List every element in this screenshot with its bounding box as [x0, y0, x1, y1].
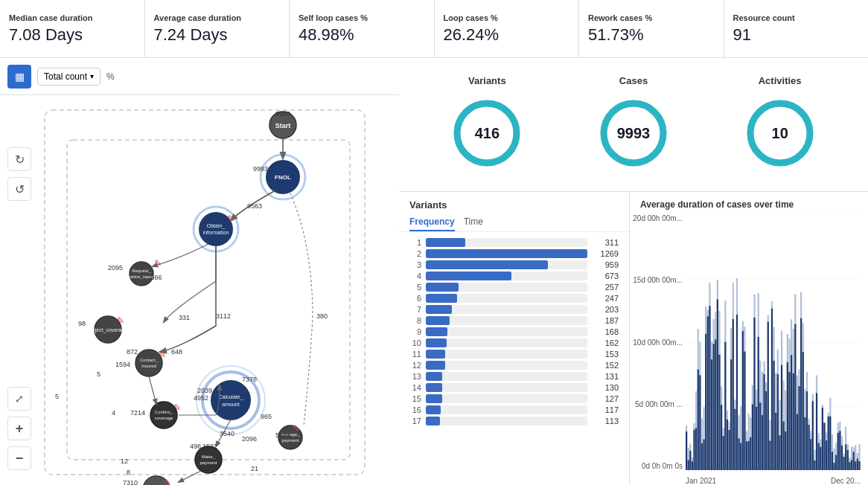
svg-text:380: 380 [316, 312, 328, 320]
chevron-down-icon: ▾ [90, 72, 94, 80]
kpi-value-4: 51.73% [588, 25, 715, 45]
process-map-area[interactable]: Start 9993 FNOL 9993 Obtain_ information… [0, 95, 399, 485]
svg-rect-264 [853, 452, 855, 470]
tab-frequency[interactable]: Frequency [409, 213, 455, 231]
list-item[interactable]: 16 117 [409, 405, 619, 414]
variant-bar [426, 417, 440, 425]
list-item[interactable]: 6 247 [409, 294, 619, 303]
svg-text:1594: 1594 [115, 361, 130, 368]
svg-text:496: 496 [190, 443, 201, 450]
svg-text:Reject_coverage: Reject_coverage [89, 327, 128, 333]
donut-container-0: 416 [446, 92, 528, 174]
svg-rect-240 [806, 391, 808, 470]
svg-text:FNOL: FNOL [275, 174, 291, 181]
list-item[interactable]: 8 187 [409, 316, 619, 325]
svg-text:366: 366 [150, 274, 162, 281]
svg-rect-242 [810, 439, 811, 470]
variant-bar-wrap [426, 350, 587, 359]
variant-number: 2 [409, 249, 421, 258]
variant-bar-wrap [426, 372, 587, 381]
svg-text:2039: 2039 [197, 387, 212, 394]
list-item[interactable]: 2 1269 [409, 249, 619, 258]
variant-number: 15 [409, 394, 421, 403]
variant-count: 247 [592, 294, 619, 303]
list-item[interactable]: 3 959 [409, 260, 619, 269]
list-item[interactable]: 7 203 [409, 305, 619, 314]
refresh-loop-icon: ↻ [15, 152, 25, 167]
svg-rect-221 [769, 441, 770, 470]
variant-bar-wrap [426, 294, 587, 303]
svg-text:5: 5 [55, 393, 59, 400]
x-label-start: Jan 2021 [686, 477, 716, 485]
list-item[interactable]: 10 162 [409, 338, 619, 347]
svg-text:payment: payment [200, 460, 217, 465]
svg-rect-261 [847, 450, 849, 470]
y-label-5: 20d 00h 00m... [630, 214, 683, 222]
svg-rect-246 [818, 443, 820, 470]
variant-count: 959 [592, 260, 619, 269]
variant-bar [426, 294, 457, 303]
svg-text:9993: 9993 [275, 110, 290, 118]
grid-view-button[interactable]: ▦ [7, 65, 31, 89]
list-item[interactable]: 9 168 [409, 327, 619, 336]
y-label-3: 10d 00h 00m... [630, 338, 683, 347]
variant-count: 257 [592, 283, 619, 292]
zoom-out-button[interactable]: − [7, 446, 31, 470]
variants-title: Variants [399, 192, 629, 213]
svg-text:insured: insured [141, 364, 156, 368]
svg-text:information: information [203, 230, 229, 235]
list-item[interactable]: 13 131 [409, 372, 619, 381]
kpi-item-0: Median case duration 7.08 Days [0, 0, 145, 57]
list-item[interactable]: 5 257 [409, 283, 619, 292]
svg-rect-182 [693, 430, 695, 470]
zoom-in-button[interactable]: + [7, 417, 31, 440]
kpi-item-1: Average case duration 7.24 Days [145, 0, 290, 57]
list-item[interactable]: 12 152 [409, 361, 619, 370]
left-toolbar: ▦ Total count ▾ % [0, 58, 399, 95]
variant-number: 10 [409, 338, 421, 347]
svg-rect-194 [717, 299, 718, 470]
variant-bar [426, 283, 459, 292]
x-label-end: Dec 20... [831, 477, 861, 485]
ccw-refresh-button[interactable]: ↺ [7, 177, 31, 201]
variant-bar [426, 405, 441, 414]
svg-rect-200 [728, 430, 730, 470]
variant-bar-wrap [426, 383, 587, 392]
list-item[interactable]: 15 127 [409, 394, 619, 403]
variant-count: 131 [592, 372, 619, 381]
list-item[interactable]: 17 113 [409, 417, 619, 425]
svg-rect-205 [738, 438, 740, 470]
svg-text:Make_: Make_ [202, 455, 216, 459]
metric-dropdown[interactable]: Total count ▾ [37, 68, 100, 86]
duration-chart-area: 20d 00h 00m... 15d 00h 00m... 10d 00h 00… [630, 214, 868, 485]
donut-container-2: 10 [739, 92, 821, 174]
svg-text:9563: 9563 [247, 202, 262, 210]
svg-rect-218 [763, 374, 765, 470]
svg-rect-183 [695, 428, 697, 470]
svg-rect-196 [721, 405, 722, 470]
list-item[interactable]: 11 153 [409, 350, 619, 359]
svg-rect-206 [740, 443, 741, 470]
donut-container-1: 9993 [593, 92, 674, 174]
variants-list[interactable]: 1 311 2 1269 3 959 4 673 5 [399, 235, 629, 485]
svg-rect-186 [701, 443, 703, 470]
svg-rect-244 [814, 460, 815, 470]
list-item[interactable]: 14 130 [409, 383, 619, 392]
list-item[interactable]: 1 311 [409, 238, 619, 247]
loop-refresh-button[interactable]: ↻ [7, 147, 31, 171]
svg-rect-188 [705, 334, 706, 470]
svg-rect-224 [775, 413, 776, 470]
variant-number: 9 [409, 327, 421, 336]
svg-rect-232 [791, 355, 792, 470]
variant-count: 673 [592, 272, 619, 280]
donut-value-1: 9993 [617, 125, 651, 142]
bottom-icons: ⤢ + − [7, 387, 31, 470]
variant-number: 17 [409, 417, 421, 425]
list-item[interactable]: 4 673 [409, 272, 619, 280]
variant-bar [426, 238, 465, 247]
variant-bar [426, 338, 447, 347]
expand-button[interactable]: ⤢ [7, 387, 31, 411]
tab-time[interactable]: Time [464, 213, 483, 231]
variant-count: 1269 [592, 249, 619, 258]
svg-text:9993: 9993 [253, 165, 268, 173]
